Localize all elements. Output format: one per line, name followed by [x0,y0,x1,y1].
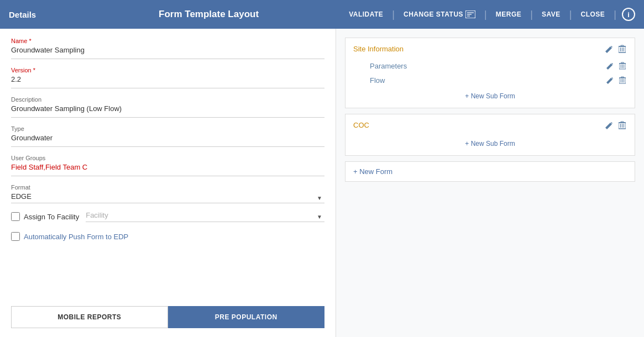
divider-4: | [569,9,572,20]
format-field-group: Format EDGE PDF Word ▼ [11,184,324,203]
parameters-actions [605,61,627,71]
pencil-icon [606,62,614,70]
name-label: Name * [11,38,324,44]
divider-3: | [530,9,533,20]
push-form-checkbox[interactable] [11,232,20,241]
coc-edit-button[interactable] [604,120,614,130]
merge-button[interactable]: MERGE [489,7,528,22]
site-info-title: Site Information [353,45,404,53]
close-button[interactable]: CLOSE [574,7,611,22]
mobile-reports-button[interactable]: MOBILE REPORTS [11,306,168,328]
description-label: Description [11,96,324,103]
version-value: 2.2 [11,75,324,88]
version-label: Version * [11,67,324,73]
new-form-button[interactable]: + New Form [353,167,392,176]
type-field-group: Type Groundwater [11,125,324,147]
new-sub-form-coc: + New Sub Form [353,135,627,150]
coc-actions [604,120,627,130]
user-groups-label: User Groups [11,155,324,161]
divider-5: | [614,9,616,20]
version-field-group: Version * 2.2 [11,67,324,88]
trash-icon [619,62,626,70]
parameters-delete-button[interactable] [618,61,627,71]
new-sub-form-site-info-button[interactable]: + New Sub Form [465,92,515,100]
pencil-icon [605,122,613,129]
assign-facility-label[interactable]: Assign To Facility [11,212,79,221]
info-button[interactable]: i [622,8,635,21]
form-card-header-coc: COC [353,120,627,135]
pre-population-button[interactable]: PRE POPULATION [168,306,325,328]
new-sub-form-coc-button[interactable]: + New Sub Form [465,140,515,148]
assign-facility-text: Assign To Facility [24,213,79,221]
sub-form-row-flow: Flow [353,73,627,87]
coc-title: COC [353,121,369,129]
format-select-wrapper: EDGE PDF Word ▼ [11,192,324,203]
trash-icon [619,45,626,53]
form-card-site-info: Site Information [345,38,635,108]
sub-form-row-parameters: Parameters [353,59,627,73]
divider-2: | [484,9,487,20]
user-groups-field-group: User Groups Field Staff,Field Team C [11,155,324,176]
format-select[interactable]: EDGE PDF Word [11,192,324,201]
site-info-actions [604,44,627,54]
change-status-button[interactable]: CHANGE STATUS [397,7,482,22]
main-layout: Name * Groundwater Sampling Version * 2.… [0,29,644,337]
left-panel: Name * Groundwater Sampling Version * 2.… [0,29,336,337]
user-groups-value: Field Staff,Field Team C [11,163,324,176]
header-actions: VALIDATE | CHANGE STATUS | MERGE | SAVE … [342,7,635,22]
change-status-label: CHANGE STATUS [404,10,463,18]
header: Details Form Template Layout VALIDATE | … [0,0,644,29]
divider-1: | [392,9,395,20]
validate-button[interactable]: VALIDATE [342,7,390,22]
push-form-label: Automatically Push Form to EDP [24,233,128,241]
flow-actions [605,75,627,85]
form-card-header-site-info: Site Information [353,44,627,59]
pencil-icon [606,77,614,84]
name-field-group: Name * Groundwater Sampling [11,38,324,59]
pencil-icon [605,45,613,53]
form-card-coc: COC [345,114,635,156]
coc-delete-button[interactable] [617,120,627,130]
site-info-delete-button[interactable] [617,44,627,54]
name-value: Groundwater Sampling [11,46,324,59]
sub-form-flow-title: Flow [370,76,385,85]
type-value: Groundwater [11,134,324,147]
right-panel: Site Information [336,29,644,337]
save-button[interactable]: SAVE [535,7,567,22]
description-field-group: Description Groundwater Sampling (Low Fl… [11,96,324,118]
trash-icon [619,121,626,129]
push-form-row: Automatically Push Form to EDP [11,232,324,241]
format-label: Format [11,184,324,191]
flow-edit-button[interactable] [605,76,615,85]
trash-icon [619,76,626,84]
facility-row: Assign To Facility Facility ▼ [11,211,324,222]
parameters-edit-button[interactable] [605,61,615,71]
header-left-title: Details [9,10,75,19]
flow-delete-button[interactable] [618,75,627,85]
facility-select[interactable]: Facility [86,211,324,219]
type-label: Type [11,125,324,132]
assign-facility-checkbox[interactable] [11,212,20,221]
new-sub-form-site-info: + New Sub Form [353,87,627,102]
sub-form-parameters-title: Parameters [370,62,407,70]
header-center-title: Form Template Layout [75,9,342,20]
new-form-row: + New Form [345,161,635,182]
bottom-buttons: MOBILE REPORTS PRE POPULATION [11,306,324,328]
description-value: Groundwater Sampling (Low Flow) [11,104,324,118]
facility-select-wrapper: Facility ▼ [86,211,324,222]
change-status-icon [465,10,475,18]
site-info-edit-button[interactable] [604,44,614,54]
